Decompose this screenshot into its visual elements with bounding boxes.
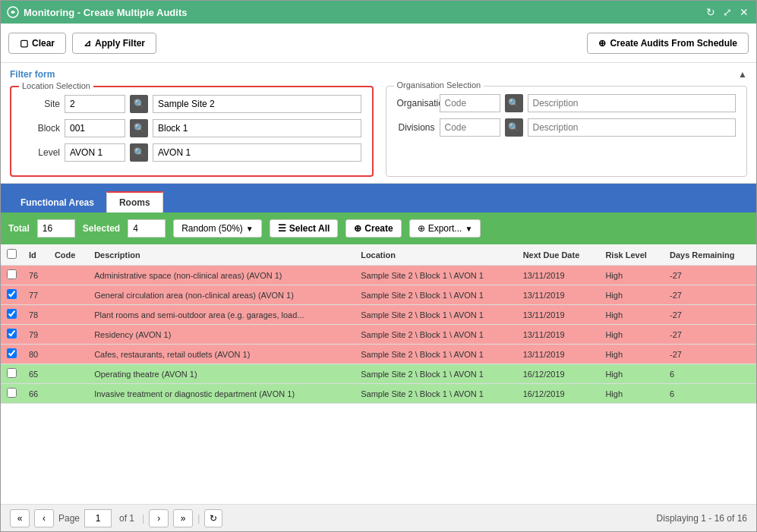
tab-rooms[interactable]: Rooms xyxy=(106,191,163,212)
refresh-window-button[interactable]: ↻ xyxy=(705,5,717,20)
table-row: 79 Residency (AVON 1) Sample Site 2 \ Bl… xyxy=(1,325,756,345)
clear-icon: ▢ xyxy=(20,38,28,49)
row-id: 66 xyxy=(23,384,49,404)
total-label: Total xyxy=(8,223,30,234)
row-checkbox-cell[interactable] xyxy=(1,384,23,404)
header-checkbox-cell xyxy=(1,244,23,266)
row-checkbox[interactable] xyxy=(7,309,17,319)
row-location: Sample Site 2 \ Block 1 \ AVON 1 xyxy=(355,364,517,384)
row-checkbox[interactable] xyxy=(7,388,17,398)
row-checkbox[interactable] xyxy=(7,289,17,299)
data-table: Id Code Description Location Next Due Da… xyxy=(1,244,756,404)
filter-section: Filter form ▲ Location Selection Site 🔍 … xyxy=(1,63,756,184)
row-risk-level: High xyxy=(599,384,664,404)
row-location: Sample Site 2 \ Block 1 \ AVON 1 xyxy=(355,325,517,345)
block-search-button[interactable]: 🔍 xyxy=(130,119,148,137)
next-page-button[interactable]: › xyxy=(149,509,169,527)
random-arrow-icon: ▼ xyxy=(246,225,254,233)
create-audits-button[interactable]: ⊕ Create Audits From Schedule xyxy=(587,33,749,54)
site-label: Site xyxy=(22,99,60,109)
select-all-checkbox[interactable] xyxy=(7,249,17,259)
table-body: 76 Administrative space (non-clinical ar… xyxy=(1,266,756,404)
select-all-icon: ☰ xyxy=(278,223,286,234)
close-window-button[interactable]: ✕ xyxy=(738,5,750,20)
row-days-remaining: 6 xyxy=(664,384,756,404)
row-days-remaining: -27 xyxy=(664,285,756,305)
refresh-table-button[interactable]: ↻ xyxy=(204,509,222,527)
row-checkbox[interactable] xyxy=(7,269,17,279)
organisation-row: Organisation 🔍 xyxy=(397,94,736,112)
row-code xyxy=(49,305,88,325)
prev-page-button[interactable]: ‹ xyxy=(34,509,54,527)
row-description: Plant rooms and semi-outdoor area (e.g. … xyxy=(88,305,355,325)
row-next-due: 13/11/2019 xyxy=(517,285,600,305)
row-risk-level: High xyxy=(599,285,664,305)
block-description-input[interactable] xyxy=(153,119,361,137)
org-label: Organisation xyxy=(397,98,435,109)
level-search-button[interactable]: 🔍 xyxy=(130,143,148,162)
row-location: Sample Site 2 \ Block 1 \ AVON 1 xyxy=(355,285,517,305)
org-search-button[interactable]: 🔍 xyxy=(505,94,523,112)
selected-input[interactable] xyxy=(128,219,166,238)
row-id: 76 xyxy=(23,266,49,285)
site-search-button[interactable]: 🔍 xyxy=(130,95,148,113)
resize-window-button[interactable]: ⤢ xyxy=(721,5,733,20)
filter-panels: Location Selection Site 🔍 Block 🔍 xyxy=(10,86,747,177)
divisions-search-button[interactable]: 🔍 xyxy=(505,118,523,137)
row-next-due: 13/11/2019 xyxy=(517,345,600,364)
level-label: Level xyxy=(22,147,60,158)
row-checkbox-cell[interactable] xyxy=(1,266,23,285)
level-description-input[interactable] xyxy=(153,143,361,162)
toolbar: ▢ Clear ⊿ Apply Filter ⊕ Create Audits F… xyxy=(1,24,756,63)
divisions-code-input[interactable] xyxy=(440,118,500,137)
collapse-icon[interactable]: ▲ xyxy=(738,69,747,80)
row-days-remaining: -27 xyxy=(664,266,756,285)
row-days-remaining: -27 xyxy=(664,345,756,364)
title-controls: ↻ ⤢ ✕ xyxy=(705,5,750,20)
export-icon: ⊕ xyxy=(418,223,425,234)
row-checkbox-cell[interactable] xyxy=(1,345,23,364)
site-description-input[interactable] xyxy=(153,95,361,113)
row-id: 79 xyxy=(23,325,49,345)
row-risk-level: High xyxy=(599,345,664,364)
apply-filter-button[interactable]: ⊿ Apply Filter xyxy=(72,33,156,54)
row-checkbox-cell[interactable] xyxy=(1,305,23,325)
row-description: Administrative space (non-clinical areas… xyxy=(88,266,355,285)
row-id: 77 xyxy=(23,285,49,305)
level-code-input[interactable] xyxy=(65,143,125,162)
row-checkbox[interactable] xyxy=(7,329,17,338)
divisions-description-input[interactable] xyxy=(528,118,736,137)
row-code xyxy=(49,325,88,345)
title-bar-left: Monitoring - Create Multiple Audits xyxy=(7,6,187,18)
table-header-row: Id Code Description Location Next Due Da… xyxy=(1,244,756,266)
first-page-button[interactable]: « xyxy=(10,509,30,527)
tab-functional-areas[interactable]: Functional Areas xyxy=(8,193,106,212)
block-code-input[interactable] xyxy=(65,119,125,137)
filter-form-title: Filter form xyxy=(10,69,55,80)
org-description-input[interactable] xyxy=(528,94,736,112)
title-bar: Monitoring - Create Multiple Audits ↻ ⤢ … xyxy=(1,1,756,24)
org-code-input[interactable] xyxy=(440,94,500,112)
page-number-input[interactable] xyxy=(84,509,112,527)
site-code-input[interactable] xyxy=(65,95,125,113)
select-all-button[interactable]: ☰ Select All xyxy=(270,219,339,238)
header-next-due: Next Due Date xyxy=(517,244,600,266)
row-checkbox-cell[interactable] xyxy=(1,325,23,345)
header-description: Description xyxy=(88,244,355,266)
create-button[interactable]: ⊕ Create xyxy=(345,219,401,238)
row-location: Sample Site 2 \ Block 1 \ AVON 1 xyxy=(355,384,517,404)
block-label: Block xyxy=(22,123,60,134)
random-dropdown[interactable]: Random (50%) ▼ xyxy=(173,219,262,238)
clear-button[interactable]: ▢ Clear xyxy=(8,33,66,54)
table-row: 76 Administrative space (non-clinical ar… xyxy=(1,266,756,285)
row-checkbox-cell[interactable] xyxy=(1,364,23,384)
row-checkbox[interactable] xyxy=(7,368,17,378)
row-checkbox[interactable] xyxy=(7,348,17,358)
total-input[interactable] xyxy=(37,219,75,238)
row-checkbox-cell[interactable] xyxy=(1,285,23,305)
last-page-button[interactable]: » xyxy=(173,509,193,527)
row-code xyxy=(49,285,88,305)
export-dropdown[interactable]: ⊕ Export... ▼ xyxy=(409,219,481,238)
random-label: Random (50%) xyxy=(181,223,243,234)
row-next-due: 13/11/2019 xyxy=(517,325,600,345)
